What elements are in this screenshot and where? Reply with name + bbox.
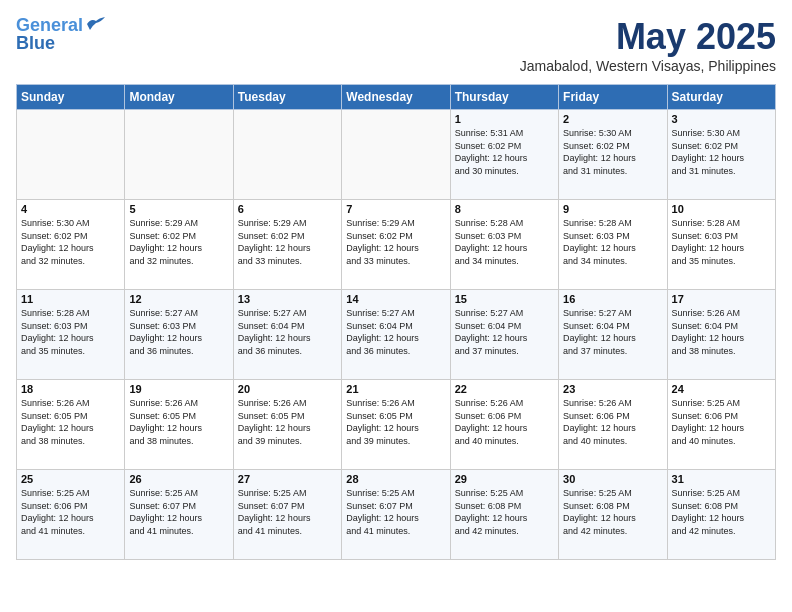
day-info: Sunrise: 5:28 AMSunset: 6:03 PMDaylight:… xyxy=(672,217,771,267)
day-number: 4 xyxy=(21,203,120,215)
day-number: 11 xyxy=(21,293,120,305)
day-number: 22 xyxy=(455,383,554,395)
day-number: 28 xyxy=(346,473,445,485)
day-number: 10 xyxy=(672,203,771,215)
day-info: Sunrise: 5:29 AMSunset: 6:02 PMDaylight:… xyxy=(346,217,445,267)
day-info: Sunrise: 5:27 AMSunset: 6:04 PMDaylight:… xyxy=(563,307,662,357)
title-block: May 2025 Jamabalod, Western Visayas, Phi… xyxy=(520,16,776,74)
calendar-cell: 24Sunrise: 5:25 AMSunset: 6:06 PMDayligh… xyxy=(667,380,775,470)
day-number: 2 xyxy=(563,113,662,125)
calendar-cell: 22Sunrise: 5:26 AMSunset: 6:06 PMDayligh… xyxy=(450,380,558,470)
day-number: 30 xyxy=(563,473,662,485)
calendar-cell: 10Sunrise: 5:28 AMSunset: 6:03 PMDayligh… xyxy=(667,200,775,290)
day-number: 23 xyxy=(563,383,662,395)
day-number: 5 xyxy=(129,203,228,215)
calendar-cell: 11Sunrise: 5:28 AMSunset: 6:03 PMDayligh… xyxy=(17,290,125,380)
day-number: 24 xyxy=(672,383,771,395)
week-row-1: 1Sunrise: 5:31 AMSunset: 6:02 PMDaylight… xyxy=(17,110,776,200)
day-info: Sunrise: 5:29 AMSunset: 6:02 PMDaylight:… xyxy=(129,217,228,267)
day-number: 8 xyxy=(455,203,554,215)
calendar-cell: 15Sunrise: 5:27 AMSunset: 6:04 PMDayligh… xyxy=(450,290,558,380)
day-info: Sunrise: 5:26 AMSunset: 6:05 PMDaylight:… xyxy=(346,397,445,447)
day-info: Sunrise: 5:29 AMSunset: 6:02 PMDaylight:… xyxy=(238,217,337,267)
header-wednesday: Wednesday xyxy=(342,85,450,110)
header-tuesday: Tuesday xyxy=(233,85,341,110)
header-saturday: Saturday xyxy=(667,85,775,110)
calendar-cell: 29Sunrise: 5:25 AMSunset: 6:08 PMDayligh… xyxy=(450,470,558,560)
calendar-cell: 23Sunrise: 5:26 AMSunset: 6:06 PMDayligh… xyxy=(559,380,667,470)
day-number: 29 xyxy=(455,473,554,485)
calendar-cell: 9Sunrise: 5:28 AMSunset: 6:03 PMDaylight… xyxy=(559,200,667,290)
month-year-title: May 2025 xyxy=(520,16,776,58)
day-info: Sunrise: 5:27 AMSunset: 6:04 PMDaylight:… xyxy=(238,307,337,357)
calendar-cell: 16Sunrise: 5:27 AMSunset: 6:04 PMDayligh… xyxy=(559,290,667,380)
day-info: Sunrise: 5:25 AMSunset: 6:06 PMDaylight:… xyxy=(672,397,771,447)
calendar-cell: 2Sunrise: 5:30 AMSunset: 6:02 PMDaylight… xyxy=(559,110,667,200)
day-number: 20 xyxy=(238,383,337,395)
logo-text: GeneralBlue xyxy=(16,16,83,52)
calendar-cell: 12Sunrise: 5:27 AMSunset: 6:03 PMDayligh… xyxy=(125,290,233,380)
calendar-cell: 17Sunrise: 5:26 AMSunset: 6:04 PMDayligh… xyxy=(667,290,775,380)
day-info: Sunrise: 5:26 AMSunset: 6:05 PMDaylight:… xyxy=(238,397,337,447)
day-info: Sunrise: 5:26 AMSunset: 6:04 PMDaylight:… xyxy=(672,307,771,357)
calendar-header: SundayMondayTuesdayWednesdayThursdayFrid… xyxy=(17,85,776,110)
calendar-cell xyxy=(342,110,450,200)
day-info: Sunrise: 5:25 AMSunset: 6:07 PMDaylight:… xyxy=(346,487,445,537)
day-number: 18 xyxy=(21,383,120,395)
header-monday: Monday xyxy=(125,85,233,110)
day-info: Sunrise: 5:26 AMSunset: 6:05 PMDaylight:… xyxy=(21,397,120,447)
calendar-cell: 4Sunrise: 5:30 AMSunset: 6:02 PMDaylight… xyxy=(17,200,125,290)
day-info: Sunrise: 5:25 AMSunset: 6:08 PMDaylight:… xyxy=(672,487,771,537)
calendar-cell: 19Sunrise: 5:26 AMSunset: 6:05 PMDayligh… xyxy=(125,380,233,470)
day-number: 27 xyxy=(238,473,337,485)
calendar-cell: 13Sunrise: 5:27 AMSunset: 6:04 PMDayligh… xyxy=(233,290,341,380)
calendar-cell: 3Sunrise: 5:30 AMSunset: 6:02 PMDaylight… xyxy=(667,110,775,200)
day-info: Sunrise: 5:30 AMSunset: 6:02 PMDaylight:… xyxy=(672,127,771,177)
location-subtitle: Jamabalod, Western Visayas, Philippines xyxy=(520,58,776,74)
calendar-cell: 28Sunrise: 5:25 AMSunset: 6:07 PMDayligh… xyxy=(342,470,450,560)
calendar-cell: 27Sunrise: 5:25 AMSunset: 6:07 PMDayligh… xyxy=(233,470,341,560)
calendar-cell: 18Sunrise: 5:26 AMSunset: 6:05 PMDayligh… xyxy=(17,380,125,470)
header-friday: Friday xyxy=(559,85,667,110)
day-info: Sunrise: 5:27 AMSunset: 6:04 PMDaylight:… xyxy=(346,307,445,357)
calendar-cell: 1Sunrise: 5:31 AMSunset: 6:02 PMDaylight… xyxy=(450,110,558,200)
calendar-cell: 25Sunrise: 5:25 AMSunset: 6:06 PMDayligh… xyxy=(17,470,125,560)
day-number: 13 xyxy=(238,293,337,305)
calendar-cell: 6Sunrise: 5:29 AMSunset: 6:02 PMDaylight… xyxy=(233,200,341,290)
calendar-cell xyxy=(125,110,233,200)
calendar-cell: 20Sunrise: 5:26 AMSunset: 6:05 PMDayligh… xyxy=(233,380,341,470)
calendar-cell: 31Sunrise: 5:25 AMSunset: 6:08 PMDayligh… xyxy=(667,470,775,560)
calendar-cell: 14Sunrise: 5:27 AMSunset: 6:04 PMDayligh… xyxy=(342,290,450,380)
day-info: Sunrise: 5:28 AMSunset: 6:03 PMDaylight:… xyxy=(21,307,120,357)
day-number: 9 xyxy=(563,203,662,215)
day-number: 25 xyxy=(21,473,120,485)
day-info: Sunrise: 5:27 AMSunset: 6:03 PMDaylight:… xyxy=(129,307,228,357)
day-info: Sunrise: 5:31 AMSunset: 6:02 PMDaylight:… xyxy=(455,127,554,177)
day-info: Sunrise: 5:26 AMSunset: 6:06 PMDaylight:… xyxy=(563,397,662,447)
day-info: Sunrise: 5:27 AMSunset: 6:04 PMDaylight:… xyxy=(455,307,554,357)
day-info: Sunrise: 5:25 AMSunset: 6:06 PMDaylight:… xyxy=(21,487,120,537)
week-row-5: 25Sunrise: 5:25 AMSunset: 6:06 PMDayligh… xyxy=(17,470,776,560)
day-info: Sunrise: 5:26 AMSunset: 6:06 PMDaylight:… xyxy=(455,397,554,447)
header-thursday: Thursday xyxy=(450,85,558,110)
calendar-cell: 26Sunrise: 5:25 AMSunset: 6:07 PMDayligh… xyxy=(125,470,233,560)
page-header: GeneralBlue May 2025 Jamabalod, Western … xyxy=(16,16,776,74)
day-number: 26 xyxy=(129,473,228,485)
logo: GeneralBlue xyxy=(16,16,107,52)
day-number: 31 xyxy=(672,473,771,485)
day-number: 15 xyxy=(455,293,554,305)
calendar-cell xyxy=(233,110,341,200)
calendar-cell: 5Sunrise: 5:29 AMSunset: 6:02 PMDaylight… xyxy=(125,200,233,290)
day-number: 3 xyxy=(672,113,771,125)
week-row-2: 4Sunrise: 5:30 AMSunset: 6:02 PMDaylight… xyxy=(17,200,776,290)
day-number: 17 xyxy=(672,293,771,305)
day-info: Sunrise: 5:25 AMSunset: 6:07 PMDaylight:… xyxy=(129,487,228,537)
week-row-4: 18Sunrise: 5:26 AMSunset: 6:05 PMDayligh… xyxy=(17,380,776,470)
calendar-table: SundayMondayTuesdayWednesdayThursdayFrid… xyxy=(16,84,776,560)
calendar-cell: 30Sunrise: 5:25 AMSunset: 6:08 PMDayligh… xyxy=(559,470,667,560)
day-number: 19 xyxy=(129,383,228,395)
day-info: Sunrise: 5:30 AMSunset: 6:02 PMDaylight:… xyxy=(21,217,120,267)
calendar-cell xyxy=(17,110,125,200)
day-number: 21 xyxy=(346,383,445,395)
logo-bird-icon xyxy=(85,16,107,32)
